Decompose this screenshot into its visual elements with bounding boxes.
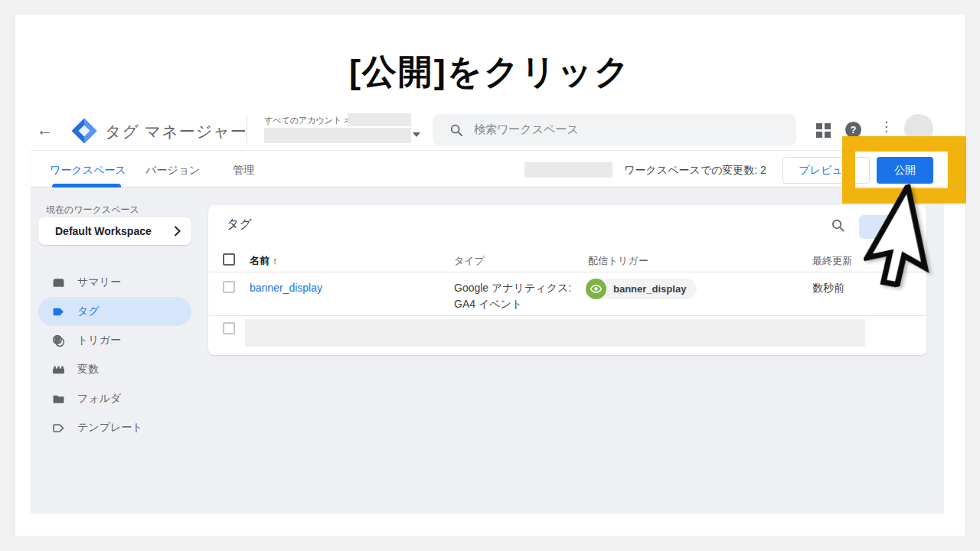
trigger-icon bbox=[52, 334, 65, 347]
column-name-label: 名前 bbox=[250, 255, 270, 266]
template-icon bbox=[52, 422, 65, 435]
app-title: タグ マネージャー bbox=[105, 121, 247, 142]
workspace-search-input[interactable]: 検索ワークスペース bbox=[433, 114, 796, 145]
eye-icon bbox=[590, 282, 603, 295]
account-caret-down-icon[interactable] bbox=[413, 132, 420, 137]
container-name-redacted bbox=[264, 128, 411, 143]
search-placeholder: 検索ワークスペース bbox=[474, 122, 579, 137]
apps-grid-icon[interactable] bbox=[816, 123, 831, 138]
publish-button[interactable]: 公開 bbox=[877, 157, 933, 184]
sidebar-item-label: フォルダ bbox=[77, 392, 121, 406]
trigger-chip[interactable]: banner_display bbox=[586, 279, 697, 299]
table-row-redacted bbox=[245, 319, 865, 347]
sidebar-item-triggers[interactable]: トリガー bbox=[38, 326, 191, 355]
sidebar-item-label: タグ bbox=[77, 305, 100, 318]
row-divider bbox=[209, 272, 926, 272]
more-options-icon[interactable]: ⋮ bbox=[880, 120, 893, 133]
workspace-selector[interactable]: Default Workspace bbox=[38, 217, 191, 245]
summary-icon bbox=[52, 276, 65, 289]
column-header-type[interactable]: タイプ bbox=[454, 254, 485, 268]
column-header-updated[interactable]: 最終更新 bbox=[812, 254, 852, 268]
sidebar-item-label: 変数 bbox=[77, 363, 99, 377]
trigger-chip-label: banner_display bbox=[613, 283, 686, 295]
tab-versions[interactable]: バージョン bbox=[145, 164, 200, 178]
sidebar-item-label: サマリー bbox=[77, 276, 121, 289]
workspace-name: Default Workspace bbox=[55, 225, 152, 237]
sidebar-item-summary[interactable]: サマリー bbox=[38, 268, 191, 297]
tag-manager-logo-icon bbox=[70, 117, 98, 145]
active-tab-indicator bbox=[52, 184, 121, 187]
back-icon[interactable]: ← bbox=[37, 121, 53, 139]
help-icon[interactable]: ? bbox=[845, 122, 861, 138]
row-checkbox[interactable] bbox=[223, 322, 235, 334]
search-icon bbox=[449, 123, 463, 137]
workspace-id-redacted bbox=[524, 162, 612, 178]
sidebar-item-variables[interactable]: 変数 bbox=[38, 355, 191, 384]
account-name-redacted bbox=[348, 113, 411, 126]
chevron-right-icon bbox=[174, 226, 181, 236]
sidebar-item-tags[interactable]: タグ bbox=[38, 297, 191, 326]
header-divider bbox=[247, 115, 247, 145]
column-header-trigger[interactable]: 配信トリガー bbox=[588, 254, 648, 268]
preview-button[interactable]: プレビュー bbox=[782, 157, 870, 184]
select-all-checkbox[interactable] bbox=[223, 253, 235, 266]
panel-title: タグ bbox=[227, 217, 252, 233]
tag-icon bbox=[52, 305, 65, 318]
avatar[interactable] bbox=[904, 114, 933, 143]
panel-search-icon[interactable] bbox=[831, 218, 845, 233]
instruction-title: [公開]をクリック bbox=[0, 49, 980, 95]
folder-icon bbox=[52, 393, 65, 406]
account-breadcrumb[interactable]: すべてのアカウント > bbox=[264, 115, 349, 126]
sidebar-item-templates[interactable]: テンプレート bbox=[38, 413, 191, 442]
sidebar-item-label: トリガー bbox=[77, 334, 121, 347]
tab-workspace[interactable]: ワークスペース bbox=[50, 164, 126, 178]
tag-type-line2: GA4 イベント bbox=[454, 298, 522, 311]
sidebar-item-label: テンプレート bbox=[77, 421, 143, 435]
workspace-changes-count: ワークスペースでの変更数: 2 bbox=[624, 164, 766, 178]
tab-admin[interactable]: 管理 bbox=[233, 164, 254, 178]
sidebar-item-folders[interactable]: フォルダ bbox=[38, 384, 191, 413]
variables-icon bbox=[52, 364, 65, 377]
sort-asc-icon: ↑ bbox=[273, 255, 278, 266]
tag-name-link[interactable]: banner_display bbox=[250, 282, 322, 294]
tag-type-line1: Google アナリティクス: bbox=[454, 282, 571, 295]
trigger-eye-badge bbox=[586, 279, 606, 299]
page: [公開]をクリック ← タグ マネージャー すべてのアカウント > 検索ワークス… bbox=[0, 0, 980, 551]
row-divider bbox=[209, 315, 926, 316]
current-workspace-label: 現在のワークスペース bbox=[46, 204, 139, 217]
row-checkbox[interactable] bbox=[223, 281, 235, 293]
last-updated-cell: 数秒前 bbox=[812, 282, 844, 295]
column-header-name[interactable]: 名前 ↑ bbox=[250, 254, 277, 268]
